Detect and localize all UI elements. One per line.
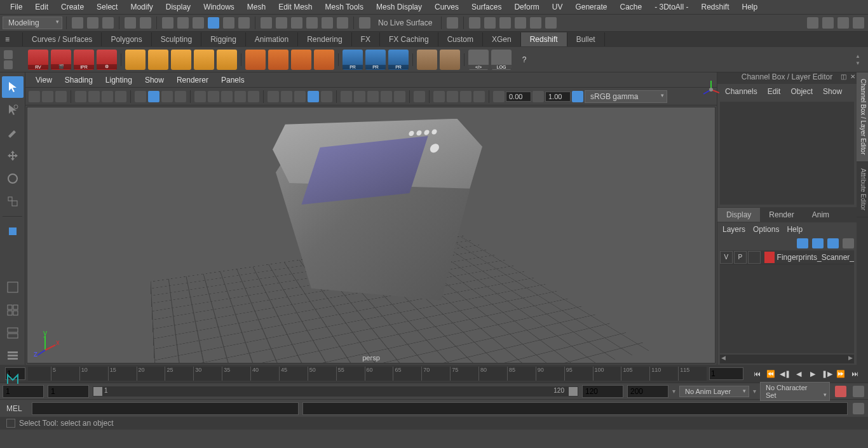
shelf-icon-24[interactable]: LOG bbox=[491, 50, 512, 70]
vp-gamma-icon[interactable] bbox=[532, 91, 544, 102]
light-editor-icon[interactable] bbox=[545, 17, 557, 29]
character-set-dropdown[interactable]: No Character Set bbox=[760, 382, 830, 401]
shelf-icon-12[interactable] bbox=[268, 50, 288, 70]
vp-isolate-icon[interactable] bbox=[268, 91, 279, 102]
vpanel-lighting[interactable]: Lighting bbox=[99, 73, 139, 87]
shelf-icon-17[interactable]: PR bbox=[365, 50, 386, 70]
range-handle-start[interactable] bbox=[93, 387, 102, 396]
vp-hud-icon[interactable] bbox=[473, 91, 485, 102]
vp-resolution-icon[interactable] bbox=[115, 91, 126, 102]
menu-surfaces[interactable]: Surfaces bbox=[465, 1, 508, 13]
menu-file[interactable]: File bbox=[4, 1, 29, 13]
layer-color-swatch[interactable] bbox=[764, 252, 775, 263]
menu-help[interactable]: Help bbox=[736, 1, 764, 13]
shelf-icon-18[interactable]: PR bbox=[388, 50, 409, 70]
menu-create[interactable]: Create bbox=[55, 1, 90, 13]
snap-grid-icon[interactable] bbox=[261, 17, 272, 29]
command-input[interactable] bbox=[32, 402, 299, 415]
viewport[interactable]: y x z persp bbox=[27, 107, 715, 363]
lasso-tool-icon[interactable] bbox=[223, 17, 234, 29]
shelftab-sculpting[interactable]: Sculpting bbox=[152, 32, 201, 46]
vpanel-view[interactable]: View bbox=[29, 73, 58, 87]
shelftab-redshift[interactable]: Redshift bbox=[521, 32, 567, 46]
layer-moveup-icon[interactable] bbox=[797, 238, 808, 248]
vp-film-icon[interactable] bbox=[88, 91, 100, 102]
vp-motion-icon[interactable] bbox=[433, 91, 445, 102]
shelf-icon-3[interactable]: ⚙ bbox=[97, 50, 117, 70]
snap-point-icon[interactable] bbox=[291, 17, 302, 29]
shelf-icon-6[interactable] bbox=[148, 50, 168, 70]
menu-mesh-display[interactable]: Mesh Display bbox=[370, 1, 428, 13]
shelftab-custom[interactable]: Custom bbox=[438, 32, 483, 46]
step-fwd-key-icon[interactable]: ⏩ bbox=[835, 368, 846, 379]
redo-icon[interactable] bbox=[140, 17, 151, 29]
render-settings-icon[interactable] bbox=[499, 17, 511, 29]
timeslider-current-field[interactable] bbox=[709, 367, 743, 380]
panel-dock-icon[interactable]: ◫ bbox=[841, 73, 846, 80]
menu-mesh-tools[interactable]: Mesh Tools bbox=[319, 1, 370, 13]
shelf-icon-23[interactable]: </> bbox=[468, 50, 489, 70]
shelf-icon-21[interactable] bbox=[440, 50, 460, 70]
vp-colorspace-dropdown[interactable]: sRGB gamma bbox=[585, 90, 667, 103]
script-editor-icon[interactable] bbox=[853, 403, 864, 414]
vp-gamma-field[interactable] bbox=[545, 92, 571, 102]
layer-hscroll[interactable] bbox=[720, 355, 854, 363]
make-live-icon[interactable] bbox=[359, 17, 370, 29]
select-object-icon[interactable] bbox=[177, 17, 189, 29]
shelf-options-icon[interactable]: ≡ bbox=[0, 32, 23, 46]
channeltab-object[interactable]: Object bbox=[785, 85, 818, 98]
range-handle-end[interactable] bbox=[569, 387, 578, 396]
shelftab-fx-caching[interactable]: FX Caching bbox=[380, 32, 438, 46]
view-compass-icon[interactable] bbox=[700, 79, 719, 98]
scale-tool[interactable] bbox=[2, 191, 24, 212]
shelftab-curves-surfaces[interactable]: Curves / Surfaces bbox=[23, 32, 102, 46]
shelftab-rendering[interactable]: Rendering bbox=[298, 32, 351, 46]
vtab-attribute-editor[interactable]: Attribute Editor bbox=[857, 162, 868, 217]
vp-xrayjoint-icon[interactable] bbox=[294, 91, 306, 102]
shelf-edit-icon[interactable] bbox=[4, 50, 13, 59]
outliner-icon[interactable] bbox=[2, 345, 24, 367]
shelf-icon-8[interactable] bbox=[194, 50, 214, 70]
panel-close-icon[interactable]: ✕ bbox=[850, 73, 855, 80]
shelf-icon-13[interactable] bbox=[291, 50, 311, 70]
vp-aa-icon[interactable] bbox=[248, 91, 259, 102]
render-setup-icon[interactable] bbox=[530, 17, 541, 29]
new-scene-icon[interactable] bbox=[72, 17, 83, 29]
vp-exposure-field[interactable] bbox=[506, 92, 531, 102]
range-playend-field[interactable] bbox=[582, 385, 623, 398]
layer-play-toggle[interactable]: P bbox=[734, 251, 747, 264]
vpanel-renderer[interactable]: Renderer bbox=[170, 73, 215, 87]
menu-mesh[interactable]: Mesh bbox=[241, 1, 272, 13]
lasso-tool[interactable] bbox=[2, 99, 24, 121]
vtab-channel-box-layer-editor[interactable]: Channel Box / Layer Editor bbox=[857, 72, 868, 162]
play-back-icon[interactable]: ◀ bbox=[793, 368, 804, 379]
vp-light-icon[interactable] bbox=[208, 91, 219, 102]
vp-ao-icon[interactable] bbox=[234, 91, 246, 102]
shelf-scroll-down-icon[interactable]: ▼ bbox=[855, 60, 864, 66]
last-tool[interactable] bbox=[2, 221, 24, 242]
layermenu-layers[interactable]: Layers bbox=[722, 225, 745, 234]
layer-new-selected-icon[interactable] bbox=[843, 238, 854, 248]
vpanel-panels[interactable]: Panels bbox=[215, 73, 251, 87]
select-component-icon[interactable] bbox=[193, 17, 204, 29]
vp-image-plane-icon[interactable] bbox=[460, 91, 471, 102]
menu-select[interactable]: Select bbox=[90, 1, 124, 13]
vp-shade-flat-icon[interactable] bbox=[161, 91, 173, 102]
layer-new-empty-icon[interactable] bbox=[827, 238, 839, 248]
paint-tool-icon[interactable] bbox=[238, 17, 250, 29]
menu-modify[interactable]: Modify bbox=[124, 1, 159, 13]
shelf-icon-11[interactable] bbox=[245, 50, 266, 70]
layertab-render[interactable]: Render bbox=[760, 208, 803, 222]
snap-surface-icon[interactable] bbox=[322, 17, 333, 29]
snap-curve-icon[interactable] bbox=[276, 17, 287, 29]
workspace-icon[interactable] bbox=[853, 17, 864, 29]
vp-shade-tex-icon[interactable] bbox=[175, 91, 186, 102]
vp-particles-icon[interactable] bbox=[414, 91, 425, 102]
menu-windows[interactable]: Windows bbox=[197, 1, 241, 13]
vp-cameras-icon[interactable] bbox=[367, 91, 379, 102]
vp-grid-icon[interactable] bbox=[75, 91, 86, 102]
shelftab-bullet[interactable]: Bullet bbox=[567, 32, 605, 46]
select-tool-icon[interactable] bbox=[208, 17, 219, 29]
vp-image-icon[interactable] bbox=[55, 91, 67, 102]
channeltab-channels[interactable]: Channels bbox=[720, 85, 763, 98]
